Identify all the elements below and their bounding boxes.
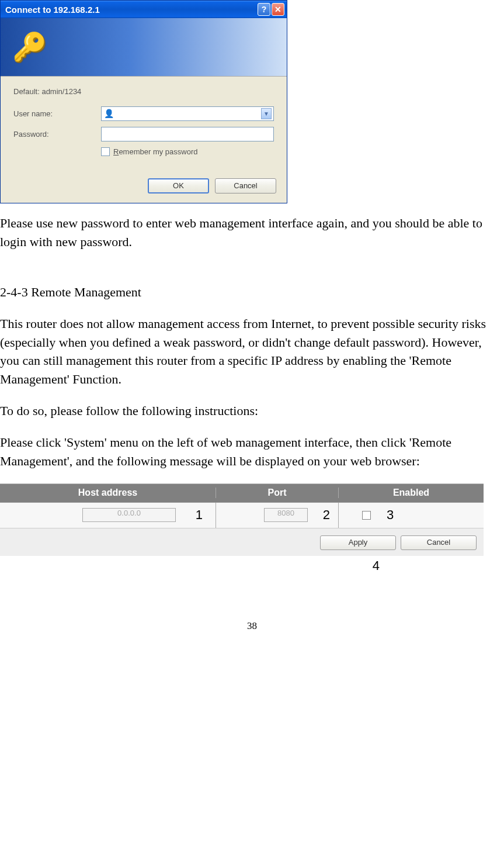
dialog-body: 🔑 Default: admin/1234 User name: 👤 ▼ Pas… [1,18,287,203]
help-button[interactable]: ? [258,3,270,16]
remember-row[interactable]: Remember my password [101,147,274,156]
username-label: User name: [13,109,101,118]
cancel-button[interactable]: Cancel [215,178,276,193]
remote-management-panel: Host address Port Enabled 0.0.0.0 1 8080… [0,483,484,556]
rm-table-header: Host address Port Enabled [0,484,484,503]
rm-cancel-button[interactable]: Cancel [401,535,477,550]
enabled-checkbox[interactable] [362,511,371,520]
paragraph-1: Please use new password to enter web man… [0,214,504,251]
person-icon: 👤 [104,109,114,119]
password-row: Password: [13,127,274,141]
dialog-title: Connect to 192.168.2.1 [5,5,256,15]
keys-icon: 🔑 [12,30,47,64]
dialog-buttons: OK Cancel [1,156,287,193]
remember-label: Remember my password [113,147,198,156]
paragraph-4: Please click 'System' menu on the left o… [0,433,504,471]
close-button[interactable]: ✕ [272,3,284,16]
username-row: User name: 👤 ▼ [13,106,274,121]
annotation-4: 4 [0,558,484,573]
xp-login-dialog: Connect to 192.168.2.1 ? ✕ 🔑 Default: ad… [0,0,287,203]
default-hint-text: Default: admin/1234 [13,87,274,96]
chevron-down-icon[interactable]: ▼ [261,108,272,119]
dialog-banner: 🔑 [1,18,287,77]
header-host: Host address [0,488,216,498]
paragraph-2: This router does not allow management ac… [0,315,504,389]
password-input[interactable] [101,127,274,141]
page-number: 38 [0,620,504,632]
paragraph-3: To do so, please follow the following in… [0,402,504,420]
login-form: Default: admin/1234 User name: 👤 ▼ Passw… [1,77,287,156]
header-port: Port [216,488,339,498]
section-heading: 2-4-3 Remote Management [0,283,504,302]
password-label: Password: [13,130,101,139]
rm-buttons: Apply Cancel [0,528,484,550]
annotation-3: 3 [387,507,394,523]
ok-button[interactable]: OK [148,178,209,193]
annotation-2: 2 [323,507,330,523]
annotation-1: 1 [196,507,203,523]
header-enabled: Enabled [339,488,484,498]
dialog-titlebar: Connect to 192.168.2.1 ? ✕ [1,1,287,18]
username-input[interactable]: 👤 ▼ [101,106,274,121]
apply-button[interactable]: Apply [320,535,396,550]
rm-table-row: 0.0.0.0 1 8080 2 3 [0,503,484,528]
remember-checkbox[interactable] [101,147,110,156]
document-body: Please use new password to enter web man… [0,214,504,471]
port-input[interactable]: 8080 [264,508,308,522]
host-address-input[interactable]: 0.0.0.0 [82,508,176,522]
